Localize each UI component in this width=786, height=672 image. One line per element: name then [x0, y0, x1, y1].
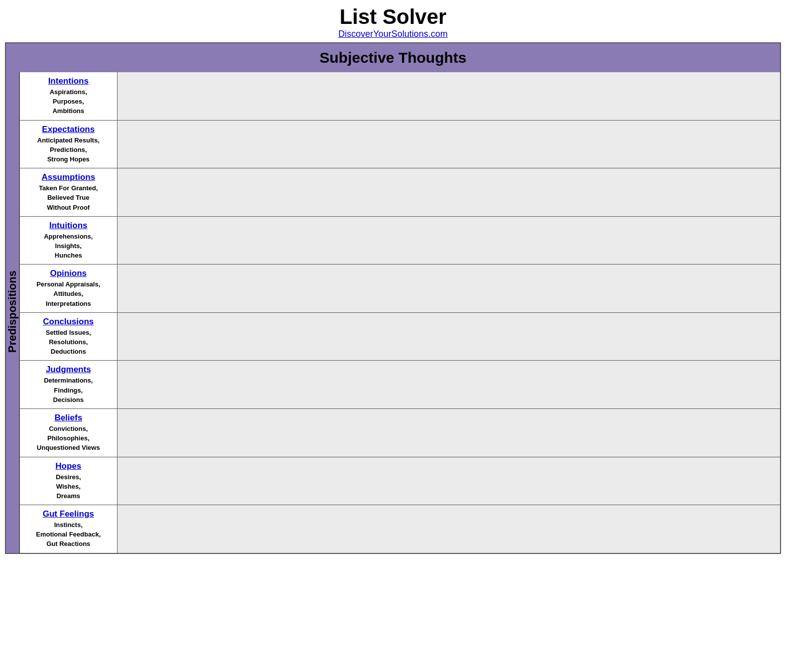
content-area: IntentionsAspirations,Purposes,Ambitions…	[19, 72, 781, 553]
header-row: Subjective Thoughts	[5, 43, 781, 72]
row-sub-judgments: Determinations,Findings,Decisions	[44, 377, 93, 403]
data-cell-gut-feelings[interactable]	[117, 505, 780, 553]
data-cell-intentions[interactable]	[117, 72, 780, 120]
label-cell-hopes: HopesDesires,Wishes,Dreams	[20, 457, 117, 505]
page-header: List Solver DiscoverYourSolutions.com	[0, 0, 786, 42]
label-cell-intentions: IntentionsAspirations,Purposes,Ambitions	[20, 72, 117, 120]
row-link-assumptions[interactable]: Assumptions	[23, 172, 114, 182]
data-cell-assumptions[interactable]	[117, 168, 780, 217]
table-row: HopesDesires,Wishes,Dreams	[20, 457, 780, 505]
row-sub-assumptions: Taken For Granted,Believed TrueWithout P…	[39, 184, 98, 211]
table-row: IntuitionsApprehensions,Insights,Hunches	[20, 216, 780, 265]
row-link-conclusions[interactable]: Conclusions	[23, 317, 114, 327]
data-cell-hopes[interactable]	[117, 457, 780, 505]
row-sub-intentions: Aspirations,Purposes,Ambitions	[50, 88, 87, 115]
label-cell-opinions: OpinionsPersonal Appraisals,Attitudes,In…	[20, 265, 117, 313]
outer-table: Subjective Thoughts Predispositions Inte…	[5, 42, 781, 554]
row-link-intentions[interactable]: Intentions	[23, 76, 114, 86]
table-row: ExpectationsAnticipated Results,Predicti…	[20, 120, 780, 168]
row-sub-gut-feelings: Instincts,Emotional Feedback,Gut Reactio…	[36, 521, 101, 547]
row-link-judgments[interactable]: Judgments	[23, 365, 114, 375]
label-cell-conclusions: ConclusionsSettled Issues,Resolutions,De…	[20, 312, 117, 361]
sidebar-label: Predispositions	[6, 270, 19, 353]
table-row: ConclusionsSettled Issues,Resolutions,De…	[20, 312, 780, 361]
table-row: OpinionsPersonal Appraisals,Attitudes,In…	[20, 265, 780, 313]
row-sub-expectations: Anticipated Results,Predictions,Strong H…	[37, 136, 100, 163]
site-link[interactable]: DiscoverYourSolutions.com	[338, 29, 447, 39]
table-title: Subjective Thoughts	[319, 49, 466, 66]
page-title: List Solver	[0, 5, 786, 29]
row-sub-beliefs: Convictions,Philosophies,Unquestioned Vi…	[37, 425, 100, 451]
table-row: IntentionsAspirations,Purposes,Ambitions	[20, 72, 780, 120]
table-row: Gut FeelingsInstincts,Emotional Feedback…	[20, 505, 780, 553]
label-cell-beliefs: BeliefsConvictions,Philosophies,Unquesti…	[20, 408, 117, 457]
row-sub-hopes: Desires,Wishes,Dreams	[56, 473, 81, 500]
label-cell-judgments: JudgmentsDeterminations,Findings,Decisio…	[20, 361, 117, 409]
row-sub-conclusions: Settled Issues,Resolutions,Deductions	[46, 329, 91, 355]
row-link-beliefs[interactable]: Beliefs	[23, 413, 114, 423]
body-row: Predispositions IntentionsAspirations,Pu…	[5, 72, 781, 553]
inner-table: IntentionsAspirations,Purposes,Ambitions…	[20, 72, 780, 553]
label-cell-assumptions: AssumptionsTaken For Granted,Believed Tr…	[20, 168, 117, 217]
row-link-hopes[interactable]: Hopes	[23, 461, 114, 471]
row-link-expectations[interactable]: Expectations	[23, 125, 114, 134]
row-link-intuitions[interactable]: Intuitions	[23, 221, 114, 231]
row-sub-intuitions: Apprehensions,Insights,Hunches	[44, 233, 93, 259]
table-row: JudgmentsDeterminations,Findings,Decisio…	[20, 361, 780, 409]
data-cell-opinions[interactable]	[117, 265, 780, 313]
data-cell-intuitions[interactable]	[117, 216, 780, 265]
row-sub-opinions: Personal Appraisals,Attitudes,Interpreta…	[36, 280, 100, 307]
sidebar-cell: Predispositions	[5, 72, 19, 553]
row-link-gut-feelings[interactable]: Gut Feelings	[23, 509, 114, 519]
data-cell-judgments[interactable]	[117, 361, 780, 409]
table-row: BeliefsConvictions,Philosophies,Unquesti…	[20, 408, 780, 457]
label-cell-intuitions: IntuitionsApprehensions,Insights,Hunches	[20, 216, 117, 265]
data-cell-conclusions[interactable]	[117, 312, 780, 361]
table-row: AssumptionsTaken For Granted,Believed Tr…	[20, 168, 780, 217]
data-cell-beliefs[interactable]	[117, 408, 780, 457]
main-table-wrapper: Subjective Thoughts Predispositions Inte…	[0, 42, 786, 554]
label-cell-gut-feelings: Gut FeelingsInstincts,Emotional Feedback…	[20, 505, 117, 553]
row-link-opinions[interactable]: Opinions	[23, 269, 114, 278]
data-cell-expectations[interactable]	[117, 120, 780, 168]
label-cell-expectations: ExpectationsAnticipated Results,Predicti…	[20, 120, 117, 168]
